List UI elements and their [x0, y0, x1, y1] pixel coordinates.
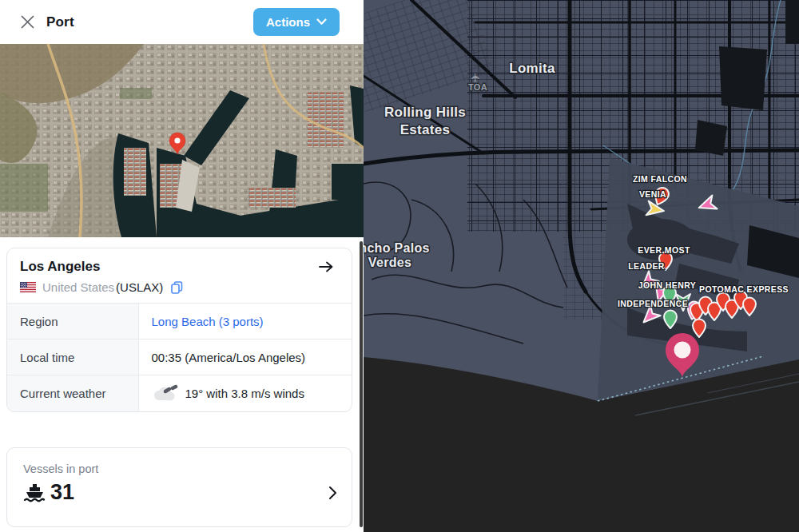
port-name: Los Angeles [20, 259, 100, 275]
ship-icon [23, 482, 46, 503]
country-name: United States [42, 280, 114, 294]
vessel-label: EVER MOST [638, 245, 690, 255]
panel-scrollbar[interactable] [360, 241, 363, 527]
close-icon[interactable] [19, 14, 35, 30]
vessel-count: 31 [50, 480, 74, 505]
port-detail-panel: Port Actions [0, 0, 364, 532]
vessel-label: VENIA [639, 189, 666, 199]
airport-icon: ✈ [469, 73, 482, 82]
vessels-in-port-card[interactable]: Vessels in port 31 [6, 447, 352, 527]
vessel-label: INDEPENDENCE [618, 299, 688, 308]
region-link[interactable]: Long Beach (3 ports) [152, 315, 264, 328]
port-details-table: Region Long Beach (3 ports) Local time 0… [7, 303, 352, 411]
local-time-value: 00:35 (America/Los Angeles) [138, 339, 352, 375]
actions-button-label: Actions [266, 15, 310, 29]
panel-title: Port [46, 14, 74, 30]
detail-label: Current weather [7, 375, 138, 411]
vessel-label: LEADER [628, 261, 665, 271]
map-canvas[interactable]: LomitaTOARolling HillsEstatesRancho Palo… [364, 0, 799, 532]
satellite-map-thumbnail[interactable] [0, 44, 364, 237]
vessel-label: POTOMAC EXPRESS [699, 284, 789, 294]
table-row: Current weather 19° with 3.8 m/s winds [7, 375, 352, 411]
port-code: (USLAX) [116, 280, 163, 294]
vessel-label: JOHN HENRY [638, 280, 696, 290]
map-place-label: Rolling Hills [384, 105, 466, 120]
open-port-arrow-icon[interactable] [318, 260, 334, 273]
weather-cloud-icon [152, 384, 179, 402]
map-place-label: Rancho Palos [364, 241, 430, 255]
port-info-card: Los Angeles United States (USLAX) [6, 248, 352, 412]
us-flag-icon [20, 282, 36, 292]
map-place-label: Lomita [509, 61, 555, 76]
vessels-label: Vessels in port [7, 448, 352, 475]
chevron-right-icon[interactable] [328, 486, 337, 500]
vessel-label: ZIM FALCON [633, 174, 687, 184]
weather-value: 19° with 3.8 m/s winds [185, 387, 304, 400]
map-place-label: Estates [400, 122, 451, 137]
table-row: Region Long Beach (3 ports) [7, 304, 352, 339]
app: Port Actions [0, 0, 799, 532]
actions-button[interactable]: Actions [253, 8, 340, 36]
detail-label: Local time [7, 339, 138, 375]
panel-header: Port Actions [0, 0, 364, 44]
detail-label: Region [7, 304, 138, 339]
map-place-label: TOA [468, 82, 487, 92]
chevron-down-icon [316, 18, 327, 26]
map-place-label: Verdes [368, 256, 411, 269]
table-row: Local time 00:35 (America/Los Angeles) [7, 339, 352, 375]
copy-icon[interactable] [171, 281, 183, 294]
